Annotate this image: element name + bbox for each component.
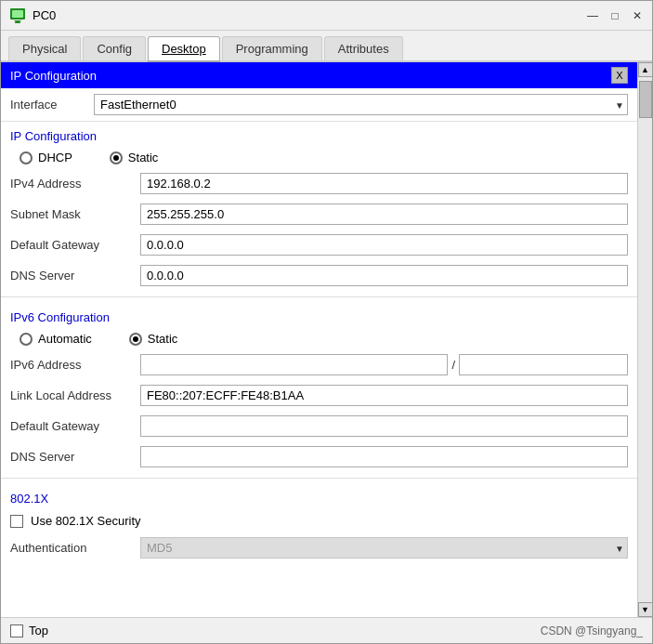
close-button[interactable]: ✕ (630, 8, 645, 23)
svg-marker-2 (14, 20, 21, 22)
ipv6-dns-input[interactable] (140, 446, 628, 467)
interface-row: Interface FastEthernet0 ▼ (1, 88, 637, 122)
ipv6-address-row: IPv6 Address / (1, 349, 637, 380)
scroll-down-button[interactable]: ▼ (638, 602, 653, 617)
interface-select-wrapper: FastEthernet0 ▼ (94, 94, 628, 115)
ipv6-gateway-label: Default Gateway (10, 419, 131, 433)
static-label: Static (128, 151, 159, 164)
ipv6-address-input[interactable] (140, 354, 448, 375)
content-area: IP Configuration X Interface FastEtherne… (1, 62, 652, 617)
ipv6-gateway-row: Default Gateway (1, 411, 637, 441)
app-icon (8, 7, 27, 25)
ipv6-static-radio[interactable]: Static (129, 332, 178, 346)
ipv6-prefix-input[interactable] (459, 354, 628, 375)
tab-config[interactable]: Config (83, 36, 146, 60)
ipv4-radio-row: DHCP Static (1, 147, 637, 168)
scrollbar-track (638, 77, 652, 602)
ipv6-dns-label: DNS Server (10, 450, 131, 464)
dhcp-radio-circle (20, 151, 33, 164)
dhcp-radio[interactable]: DHCP (20, 151, 72, 164)
subnet-mask-input[interactable] (140, 204, 628, 225)
auth-label: Authentication (10, 541, 131, 555)
ipv6-input-group: / (140, 354, 628, 375)
security-checkbox[interactable] (10, 515, 23, 528)
ipv4-address-label: IPv4 Address (10, 177, 131, 191)
interface-label: Interface (10, 98, 85, 112)
dns-server-label: DNS Server (10, 269, 131, 283)
ipv6-radio-row: Automatic Static (1, 328, 637, 349)
default-gateway-input[interactable] (140, 234, 628, 256)
ipv6-static-radio-circle (129, 333, 142, 346)
main-panel: IP Configuration X Interface FastEtherne… (1, 62, 637, 617)
ipv6-section-title: IPv6 Configuration (1, 303, 637, 328)
security-checkbox-row: Use 802.1X Security (1, 509, 637, 532)
top-label: Top (29, 624, 48, 637)
ipv6-automatic-label: Automatic (38, 332, 92, 346)
ipv6-dns-row: DNS Server (1, 441, 637, 472)
title-bar: PC0 — □ ✕ (1, 1, 652, 31)
link-local-label: Link Local Address (10, 388, 131, 402)
security-section-title: 802.1X (1, 484, 637, 509)
default-gateway-label: Default Gateway (10, 238, 131, 252)
tab-programming[interactable]: Programming (222, 36, 322, 60)
status-bar-left: Top (10, 624, 48, 637)
maximize-button[interactable]: □ (607, 8, 622, 23)
auth-select-wrapper: MD5 ▼ (140, 537, 628, 559)
top-checkbox[interactable] (10, 624, 23, 637)
window-title: PC0 (33, 8, 585, 22)
ipv6-slash: / (451, 358, 455, 372)
scroll-up-button[interactable]: ▲ (638, 62, 653, 77)
panel-title: IP Configuration (10, 69, 97, 83)
auth-select[interactable]: MD5 (140, 537, 628, 559)
window: PC0 — □ ✕ Physical Config Desktop Progra… (0, 0, 653, 644)
static-radio-circle (110, 151, 123, 164)
dhcp-label: DHCP (38, 151, 72, 164)
window-controls: — □ ✕ (585, 8, 645, 23)
ipv6-address-label: IPv6 Address (10, 358, 131, 372)
ipv6-gateway-input[interactable] (140, 415, 628, 437)
panel-close-button[interactable]: X (611, 67, 628, 84)
tab-desktop[interactable]: Desktop (148, 36, 220, 62)
status-bar: Top CSDN @Tsingyang_ (1, 617, 652, 643)
tab-attributes[interactable]: Attributes (324, 36, 403, 60)
default-gateway-row: Default Gateway (1, 230, 637, 260)
scrollbar-thumb[interactable] (639, 81, 652, 118)
dns-server-row: DNS Server (1, 260, 637, 291)
auth-row: Authentication MD5 ▼ (1, 532, 637, 563)
scrollbar: ▲ ▼ (637, 62, 652, 617)
static-radio[interactable]: Static (110, 151, 159, 164)
ipv4-address-input[interactable] (140, 173, 628, 194)
link-local-row: Link Local Address (1, 380, 637, 411)
tab-physical[interactable]: Physical (8, 36, 81, 60)
link-local-input[interactable] (140, 385, 628, 406)
watermark: CSDN @Tsingyang_ (541, 624, 643, 637)
ipv6-static-label: Static (148, 332, 178, 346)
ipv6-automatic-radio[interactable]: Automatic (20, 332, 92, 346)
svg-rect-3 (15, 22, 20, 23)
ipv4-section-title: IP Configuration (1, 122, 637, 147)
ipv6-automatic-radio-circle (20, 333, 33, 346)
tab-bar: Physical Config Desktop Programming Attr… (1, 31, 652, 62)
svg-rect-1 (12, 10, 23, 18)
subnet-mask-row: Subnet Mask (1, 199, 637, 230)
interface-select[interactable]: FastEthernet0 (94, 94, 628, 115)
dns-server-input[interactable] (140, 265, 628, 286)
ipv4-address-row: IPv4 Address (1, 168, 637, 199)
subnet-mask-label: Subnet Mask (10, 207, 131, 221)
security-checkbox-label: Use 802.1X Security (31, 514, 141, 528)
minimize-button[interactable]: — (585, 8, 600, 23)
panel-header: IP Configuration X (1, 62, 637, 88)
